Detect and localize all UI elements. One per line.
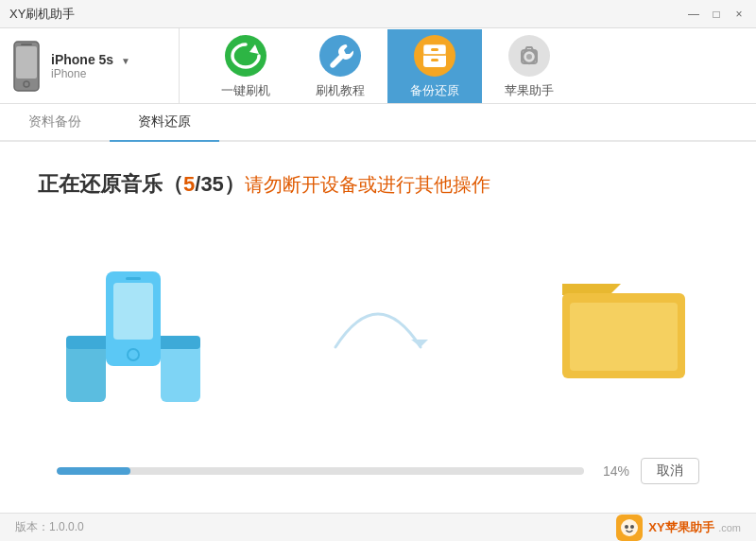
brand-text-area: XY苹果助手 .com xyxy=(648,518,741,536)
top-nav: iPhone 5s ▼ iPhone 一键刷机 xyxy=(0,28,756,104)
svg-rect-1 xyxy=(16,46,37,79)
tab-bar: 资料备份 资料还原 xyxy=(0,104,756,142)
window-controls: — □ × xyxy=(686,7,747,22)
flash-icon xyxy=(223,33,268,79)
nav-icons: 一键刷机 刷机教程 xyxy=(180,29,747,103)
svg-point-29 xyxy=(621,519,638,536)
device-info[interactable]: iPhone 5s ▼ iPhone xyxy=(9,28,180,103)
svg-point-17 xyxy=(534,50,537,53)
flash-label: 一键刷机 xyxy=(221,82,270,99)
minimize-button[interactable]: — xyxy=(686,7,701,22)
svg-point-31 xyxy=(630,525,634,529)
app-title: XY刷机助手 xyxy=(9,6,75,23)
svg-rect-27 xyxy=(570,303,678,371)
svg-point-30 xyxy=(625,525,628,529)
backup-label: 备份还原 xyxy=(410,82,459,99)
tab-restore[interactable]: 资料还原 xyxy=(110,104,219,142)
backup-icon xyxy=(412,33,457,79)
tutorial-icon xyxy=(318,33,363,79)
device-dropdown-arrow[interactable]: ▼ xyxy=(121,56,130,66)
apple-icon xyxy=(507,33,552,79)
transfer-arrow xyxy=(208,290,548,366)
nav-item-backup[interactable]: 备份还原 xyxy=(387,29,482,103)
device-phone-icon xyxy=(9,38,43,95)
tutorial-label: 刷机教程 xyxy=(316,82,365,99)
svg-rect-2 xyxy=(21,44,32,45)
device-name: iPhone 5s ▼ xyxy=(51,52,130,67)
status-warning: 请勿断开设备或进行其他操作 xyxy=(245,174,490,195)
close-button[interactable]: × xyxy=(731,7,747,22)
svg-rect-12 xyxy=(431,59,438,61)
progress-percent: 14% xyxy=(595,463,629,479)
svg-rect-24 xyxy=(126,277,141,280)
progress-bar-container xyxy=(57,467,584,475)
nav-item-apple[interactable]: 苹果助手 xyxy=(482,29,576,103)
maximize-button[interactable]: □ xyxy=(709,7,724,22)
progress-current: 5 xyxy=(183,172,195,196)
title-bar: XY刷机助手 — □ × xyxy=(0,0,756,28)
brand-name: XY苹果助手 xyxy=(648,520,713,534)
svg-point-15 xyxy=(526,54,532,60)
device-type: iPhone xyxy=(51,67,130,80)
version-label: 版本：1.0.0.0 xyxy=(15,519,84,535)
brand-logo: XY苹果助手 .com xyxy=(616,515,741,541)
folder-illustration xyxy=(548,253,699,404)
svg-rect-22 xyxy=(113,283,153,340)
nav-item-tutorial[interactable]: 刷机教程 xyxy=(293,29,387,103)
transfer-area xyxy=(38,208,718,448)
progress-bar-fill xyxy=(57,467,130,475)
nav-item-flash[interactable]: 一键刷机 xyxy=(198,29,293,103)
cancel-button[interactable]: 取消 xyxy=(641,458,699,484)
brand-icon xyxy=(616,515,643,541)
svg-marker-25 xyxy=(411,340,428,347)
tab-backup[interactable]: 资料备份 xyxy=(0,104,110,142)
main-content: 正在还原音乐（5/35）请勿断开设备或进行其他操作 xyxy=(0,142,756,513)
apple-label: 苹果助手 xyxy=(505,82,554,99)
svg-rect-11 xyxy=(431,48,438,51)
progress-area: 14% 取消 xyxy=(38,448,718,494)
brand-domain: .com xyxy=(718,522,741,533)
footer: 版本：1.0.0.0 XY苹果助手 .com xyxy=(0,513,756,541)
phone-illustration xyxy=(57,253,208,404)
status-text: 正在还原音乐（5/35）请勿断开设备或进行其他操作 xyxy=(38,170,718,199)
device-text: iPhone 5s ▼ iPhone xyxy=(51,52,130,80)
